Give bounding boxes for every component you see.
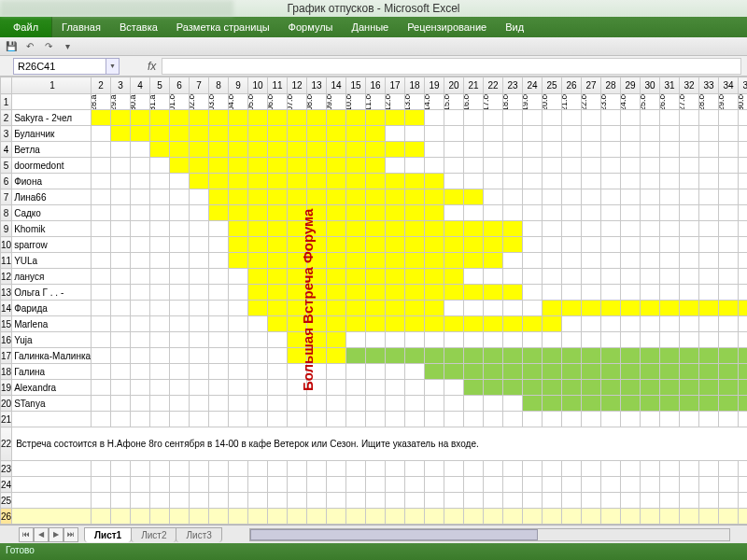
schedule-cell[interactable] bbox=[346, 348, 366, 364]
schedule-cell[interactable] bbox=[209, 126, 229, 142]
schedule-cell[interactable] bbox=[92, 380, 111, 396]
schedule-cell[interactable] bbox=[190, 110, 209, 126]
row-header[interactable]: 18 bbox=[1, 364, 12, 380]
schedule-cell[interactable] bbox=[680, 221, 699, 237]
worksheet-grid[interactable]: Большая Встреча Форума 12345678910111213… bbox=[0, 77, 747, 543]
schedule-cell[interactable] bbox=[209, 316, 229, 332]
row-header[interactable]: 1 bbox=[1, 94, 12, 110]
schedule-cell[interactable] bbox=[229, 174, 248, 189]
column-header[interactable]: 14 bbox=[327, 77, 346, 94]
schedule-cell[interactable] bbox=[444, 269, 464, 285]
schedule-cell[interactable] bbox=[621, 189, 641, 205]
schedule-cell[interactable] bbox=[248, 285, 268, 301]
sheet-tab-3[interactable]: Лист3 bbox=[176, 527, 221, 542]
column-header[interactable]: 23 bbox=[503, 77, 523, 94]
schedule-cell[interactable] bbox=[92, 332, 111, 348]
schedule-cell[interactable] bbox=[484, 110, 503, 126]
schedule-cell[interactable] bbox=[209, 237, 229, 253]
schedule-cell[interactable] bbox=[111, 142, 131, 158]
schedule-cell[interactable] bbox=[229, 301, 248, 316]
schedule-cell[interactable] bbox=[268, 285, 288, 301]
schedule-cell[interactable] bbox=[150, 348, 170, 364]
schedule-cell[interactable] bbox=[386, 189, 405, 205]
schedule-cell[interactable] bbox=[268, 110, 288, 126]
column-header[interactable]: 28 bbox=[601, 77, 621, 94]
schedule-cell[interactable] bbox=[366, 253, 386, 269]
schedule-cell[interactable] bbox=[111, 348, 131, 364]
schedule-cell[interactable] bbox=[621, 380, 641, 396]
schedule-cell[interactable] bbox=[660, 110, 680, 126]
schedule-cell[interactable] bbox=[543, 142, 562, 158]
schedule-cell[interactable] bbox=[444, 205, 464, 221]
schedule-cell[interactable] bbox=[150, 158, 170, 174]
schedule-cell[interactable] bbox=[680, 301, 699, 316]
schedule-cell[interactable] bbox=[92, 189, 111, 205]
schedule-cell[interactable] bbox=[484, 348, 503, 364]
schedule-cell[interactable] bbox=[170, 189, 190, 205]
schedule-cell[interactable] bbox=[484, 205, 503, 221]
schedule-cell[interactable] bbox=[111, 237, 131, 253]
schedule-cell[interactable] bbox=[464, 126, 484, 142]
schedule-cell[interactable] bbox=[170, 205, 190, 221]
schedule-cell[interactable] bbox=[739, 142, 747, 158]
schedule-cell[interactable] bbox=[484, 316, 503, 332]
schedule-cell[interactable] bbox=[503, 396, 523, 412]
schedule-cell[interactable] bbox=[92, 364, 111, 380]
schedule-cell[interactable] bbox=[190, 332, 209, 348]
schedule-cell[interactable] bbox=[405, 269, 425, 285]
schedule-cell[interactable] bbox=[268, 237, 288, 253]
schedule-cell[interactable] bbox=[150, 285, 170, 301]
schedule-cell[interactable] bbox=[562, 253, 582, 269]
schedule-cell[interactable] bbox=[327, 285, 346, 301]
schedule-cell[interactable] bbox=[680, 142, 699, 158]
schedule-cell[interactable] bbox=[562, 348, 582, 364]
schedule-cell[interactable] bbox=[248, 158, 268, 174]
schedule-cell[interactable] bbox=[719, 316, 739, 332]
schedule-cell[interactable] bbox=[346, 269, 366, 285]
schedule-cell[interactable] bbox=[307, 126, 327, 142]
schedule-cell[interactable] bbox=[739, 174, 747, 189]
tab-nav-next-icon[interactable]: ▶ bbox=[49, 527, 63, 542]
schedule-cell[interactable] bbox=[641, 142, 660, 158]
schedule-cell[interactable] bbox=[444, 126, 464, 142]
schedule-cell[interactable] bbox=[739, 126, 747, 142]
row-header[interactable]: 9 bbox=[1, 221, 12, 237]
schedule-cell[interactable] bbox=[307, 158, 327, 174]
column-header[interactable]: 3 bbox=[111, 77, 131, 94]
column-header[interactable]: 2 bbox=[92, 77, 111, 94]
schedule-cell[interactable] bbox=[268, 332, 288, 348]
tab-review[interactable]: Рецензирование bbox=[398, 17, 496, 37]
schedule-cell[interactable] bbox=[346, 174, 366, 189]
schedule-cell[interactable] bbox=[582, 380, 601, 396]
schedule-cell[interactable] bbox=[660, 269, 680, 285]
schedule-cell[interactable] bbox=[562, 174, 582, 189]
schedule-cell[interactable] bbox=[739, 332, 747, 348]
schedule-cell[interactable] bbox=[719, 380, 739, 396]
schedule-cell[interactable] bbox=[346, 301, 366, 316]
schedule-cell[interactable] bbox=[150, 205, 170, 221]
schedule-cell[interactable] bbox=[346, 110, 366, 126]
row-header[interactable]: 19 bbox=[1, 380, 12, 396]
schedule-cell[interactable] bbox=[111, 221, 131, 237]
schedule-cell[interactable] bbox=[582, 237, 601, 253]
undo-icon[interactable]: ↶ bbox=[22, 39, 37, 54]
schedule-cell[interactable] bbox=[346, 142, 366, 158]
schedule-cell[interactable] bbox=[248, 221, 268, 237]
schedule-cell[interactable] bbox=[248, 316, 268, 332]
row-header[interactable]: 16 bbox=[1, 332, 12, 348]
schedule-cell[interactable] bbox=[209, 189, 229, 205]
schedule-cell[interactable] bbox=[405, 380, 425, 396]
schedule-cell[interactable] bbox=[366, 189, 386, 205]
schedule-cell[interactable] bbox=[562, 301, 582, 316]
name-box-dropdown-icon[interactable]: ▼ bbox=[106, 58, 120, 75]
schedule-cell[interactable] bbox=[405, 221, 425, 237]
schedule-cell[interactable] bbox=[660, 348, 680, 364]
person-name[interactable]: Фиона bbox=[12, 174, 92, 189]
schedule-cell[interactable] bbox=[268, 158, 288, 174]
schedule-cell[interactable] bbox=[601, 205, 621, 221]
schedule-cell[interactable] bbox=[484, 237, 503, 253]
schedule-cell[interactable] bbox=[699, 348, 719, 364]
schedule-cell[interactable] bbox=[523, 237, 543, 253]
schedule-cell[interactable] bbox=[92, 253, 111, 269]
schedule-cell[interactable] bbox=[92, 316, 111, 332]
